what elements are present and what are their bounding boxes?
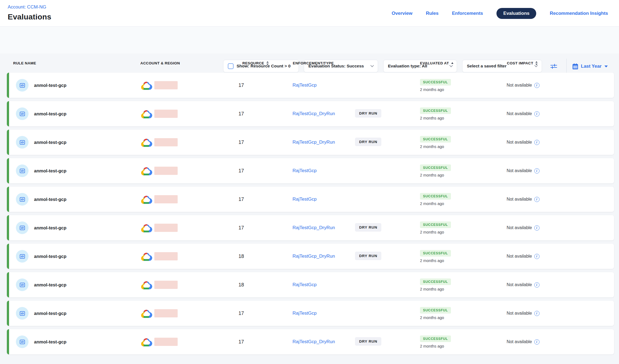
cost-impact-cell: Not available i (507, 158, 540, 183)
nav-tab-recommendation-insights[interactable]: Recommendation Insights (550, 11, 608, 16)
status-badge: SUCCESSFUL (420, 335, 451, 342)
info-icon[interactable]: i (534, 254, 540, 259)
rule-name: anmol-test-gcp (34, 301, 66, 326)
gcp-cloud-icon (140, 80, 152, 90)
account-region-redacted (154, 252, 178, 260)
info-icon[interactable]: i (534, 339, 540, 345)
rule-code-icon (19, 339, 25, 345)
table-row[interactable]: anmol-test-gcp 17 RajTestGcp SUCCESSFUL … (7, 158, 614, 183)
column-header-enforcement-type: ENFORCEMENT/TYPE (293, 53, 334, 73)
enforcement-link[interactable]: RajTestGcp_DryRun (293, 339, 335, 345)
table-row[interactable]: anmol-test-gcp 17 RajTestGcp_DryRun DRY … (7, 215, 614, 240)
table-row[interactable]: anmol-test-gcp 18 RajTestGcp SUCCESSFUL … (7, 272, 614, 297)
sort-icon[interactable] (266, 61, 269, 65)
column-header-cost-impact[interactable]: COST IMPACT (507, 53, 538, 73)
page-title: Evaluations (8, 13, 51, 21)
enforcement-link[interactable]: RajTestGcp (293, 83, 317, 88)
info-icon[interactable]: i (534, 111, 540, 116)
cloud-provider (140, 215, 152, 240)
cloud-provider (140, 244, 152, 269)
account-region-redacted (154, 81, 178, 89)
info-icon[interactable]: i (534, 83, 540, 88)
page-header: Account: CCM-NG Evaluations OverviewRule… (0, 0, 619, 27)
cloud-provider (140, 301, 152, 326)
table-row[interactable]: anmol-test-gcp 17 RajTestGcp_DryRun DRY … (7, 329, 614, 354)
cost-impact-cell: Not available i (507, 73, 540, 98)
enforcement-link[interactable]: RajTestGcp (293, 282, 317, 288)
enforcement-link[interactable]: RajTestGcp_DryRun (293, 225, 335, 231)
column-header-evaluated-at[interactable]: EVALUATED AT (420, 53, 453, 73)
enforcement-link[interactable]: RajTestGcp (293, 311, 317, 316)
table-row[interactable]: anmol-test-gcp 18 RajTestGcp_DryRun DRY … (7, 244, 614, 269)
resource-count: 17 (234, 301, 248, 326)
status-badge: SUCCESSFUL (420, 79, 451, 86)
cloud-provider (140, 130, 152, 155)
cloud-provider (140, 272, 152, 297)
info-icon[interactable]: i (534, 225, 540, 231)
evaluations-table: anmol-test-gcp 17 RajTestGcp SUCCESSFUL … (0, 73, 619, 354)
top-navigation: OverviewRulesEnforcementsEvaluationsReco… (392, 0, 608, 27)
enforcement-link[interactable]: RajTestGcp (293, 197, 317, 202)
status-badge: SUCCESSFUL (420, 307, 451, 314)
status-badge: SUCCESSFUL (420, 193, 451, 200)
sort-icon[interactable] (535, 61, 538, 65)
column-header-rule-name: RULE NAME (13, 53, 36, 73)
dry-run-badge: DRY RUN (355, 223, 381, 232)
status-badge: SUCCESSFUL (420, 164, 451, 171)
resource-count: 17 (234, 73, 248, 98)
column-label: EVALUATED AT (420, 61, 449, 65)
info-icon[interactable]: i (534, 197, 540, 202)
cost-impact-value: Not available (507, 197, 532, 202)
rule-avatar (16, 79, 29, 92)
evaluated-at-cell: SUCCESSFUL 2 months ago (420, 73, 451, 98)
status-badge: SUCCESSFUL (420, 250, 451, 257)
cost-impact-cell: Not available i (507, 130, 540, 155)
rule-name: anmol-test-gcp (34, 158, 66, 183)
nav-tab-enforcements[interactable]: Enforcements (452, 11, 483, 16)
rule-avatar (16, 335, 29, 348)
rule-name: anmol-test-gcp (34, 215, 66, 240)
cost-impact-cell: Not available i (507, 301, 540, 326)
rule-code-icon (19, 225, 25, 231)
cost-impact-value: Not available (507, 168, 532, 173)
table-row[interactable]: anmol-test-gcp 17 RajTestGcp SUCCESSFUL … (7, 73, 614, 98)
dry-run-badge: DRY RUN (355, 337, 381, 346)
table-row[interactable]: anmol-test-gcp 17 RajTestGcp SUCCESSFUL … (7, 187, 614, 212)
info-icon[interactable]: i (534, 168, 540, 174)
account-region-redacted (154, 309, 178, 317)
account-region-redacted (154, 281, 178, 289)
resource-count: 17 (234, 101, 248, 126)
info-icon[interactable]: i (534, 140, 540, 145)
account-breadcrumb-link[interactable]: Account: CCM-NG (8, 4, 46, 10)
table-row[interactable]: anmol-test-gcp 17 RajTestGcp_DryRun DRY … (7, 101, 614, 126)
rule-name: anmol-test-gcp (34, 244, 66, 269)
dry-run-badge: DRY RUN (355, 252, 381, 260)
gcp-cloud-icon (140, 166, 152, 176)
rule-avatar (16, 278, 29, 291)
evaluated-time: 2 months ago (420, 201, 444, 206)
enforcement-link[interactable]: RajTestGcp_DryRun (293, 111, 335, 116)
nav-tab-overview[interactable]: Overview (392, 11, 413, 16)
sort-icon[interactable] (451, 62, 453, 64)
nav-tab-evaluations[interactable]: Evaluations (496, 8, 536, 19)
evaluated-at-cell: SUCCESSFUL 2 months ago (420, 101, 451, 126)
rule-avatar (16, 307, 29, 320)
info-icon[interactable]: i (534, 311, 540, 316)
rule-avatar (16, 136, 29, 149)
enforcement-link[interactable]: RajTestGcp_DryRun (293, 254, 335, 259)
rule-code-icon (19, 282, 25, 288)
enforcement-link[interactable]: RajTestGcp_DryRun (293, 140, 335, 145)
cost-impact-cell: Not available i (507, 244, 540, 269)
enforcement-link[interactable]: RajTestGcp (293, 168, 317, 174)
table-row[interactable]: anmol-test-gcp 17 RajTestGcp SUCCESSFUL … (7, 301, 614, 326)
column-label: RESOURCE (242, 61, 264, 65)
info-icon[interactable]: i (534, 282, 540, 288)
cost-impact-value: Not available (507, 339, 532, 344)
nav-tab-rules[interactable]: Rules (426, 11, 438, 16)
cloud-provider (140, 158, 152, 183)
table-row[interactable]: anmol-test-gcp 17 RajTestGcp_DryRun DRY … (7, 130, 614, 155)
column-header-resource[interactable]: RESOURCE (242, 53, 269, 73)
rule-code-icon (19, 111, 25, 117)
column-label: RULE NAME (13, 61, 36, 65)
evaluated-time: 2 months ago (420, 173, 444, 177)
